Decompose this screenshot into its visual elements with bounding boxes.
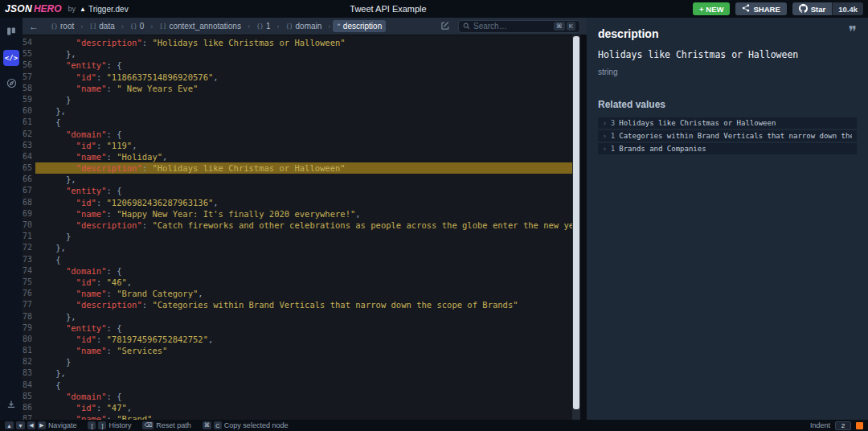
shortcut-key: [ bbox=[88, 421, 96, 429]
breadcrumb-item-0[interactable]: {}0 bbox=[126, 20, 149, 32]
code-line[interactable]: 64 "name": "Holiday", bbox=[23, 151, 587, 162]
tree-view-button[interactable] bbox=[3, 76, 19, 92]
edit-json-button[interactable] bbox=[440, 19, 450, 34]
code-line[interactable]: 82 } bbox=[23, 356, 587, 367]
code-line[interactable]: 69 "name": "Happy New Year: It's finally… bbox=[23, 208, 587, 220]
json-punctuation bbox=[35, 335, 76, 344]
column-view-button[interactable] bbox=[3, 24, 19, 40]
back-button[interactable]: ← bbox=[29, 22, 39, 31]
scrollbar-thumb[interactable] bbox=[573, 36, 579, 409]
breadcrumb-item-context_annotations[interactable]: []context_annotations bbox=[155, 20, 245, 32]
json-string: "Catch fireworks and other celebrations … bbox=[152, 220, 587, 230]
code-line[interactable]: 65 "description": "Holidays like Christm… bbox=[23, 162, 587, 174]
code-content: "description": "Holidays like Christmas … bbox=[35, 37, 587, 48]
code-line[interactable]: 57 "id": "1186637514896920576", bbox=[23, 72, 587, 83]
code-line[interactable]: 83 }, bbox=[23, 367, 587, 379]
code-line[interactable]: 84 { bbox=[23, 380, 587, 391]
json-punctuation bbox=[35, 198, 76, 207]
code-line[interactable]: 59 } bbox=[23, 94, 587, 105]
related-value-row[interactable]: ›1Categories within Brand Verticals that… bbox=[598, 130, 857, 142]
download-button[interactable] bbox=[3, 397, 19, 413]
json-punctuation bbox=[35, 38, 76, 47]
related-value-row[interactable]: ›3Holidays like Christmas or Halloween bbox=[598, 117, 857, 129]
code-content: } bbox=[35, 231, 587, 242]
json-punctuation: , bbox=[355, 209, 360, 219]
code-line[interactable]: 68 "id": "1206982436287963136", bbox=[23, 197, 587, 208]
chevron-right-icon: › bbox=[603, 133, 607, 140]
code-line[interactable]: 86 "id": "47", bbox=[23, 402, 587, 413]
json-punctuation: , bbox=[127, 403, 132, 413]
shortcut-key: ▲ bbox=[5, 421, 14, 429]
code-line[interactable]: 81 "name": "Services" bbox=[23, 345, 587, 356]
code-line[interactable]: 61 { bbox=[23, 117, 587, 128]
code-line[interactable]: 85 "domain": { bbox=[23, 391, 587, 402]
shortcut-key: ] bbox=[98, 421, 106, 429]
breadcrumb-item-domain[interactable]: {}domain bbox=[282, 20, 326, 32]
json-punctuation: }, bbox=[35, 243, 66, 252]
shortcut-label: History bbox=[108, 421, 131, 429]
code-line[interactable]: 63 "id": "119", bbox=[23, 140, 587, 151]
json-punctuation: : bbox=[96, 277, 107, 287]
code-line[interactable]: 87 "name": "Brand" bbox=[23, 413, 587, 420]
line-number: 66 bbox=[23, 174, 35, 185]
line-number: 71 bbox=[23, 231, 35, 242]
related-text: Brands and Companies bbox=[619, 145, 852, 153]
code-line[interactable]: 62 "domain": { bbox=[23, 129, 587, 140]
code-line[interactable]: 71 } bbox=[23, 231, 587, 242]
shortcut-key: ⌫ bbox=[142, 421, 154, 429]
code-line[interactable]: 80 "id": "781974596752842752", bbox=[23, 334, 587, 345]
code-line[interactable]: 74 "domain": { bbox=[23, 265, 587, 277]
breadcrumb-item-1[interactable]: {}1 bbox=[252, 20, 275, 32]
triangle-logo-icon: ▲ bbox=[80, 6, 86, 13]
json-punctuation bbox=[35, 60, 66, 70]
editor-scrollbar[interactable] bbox=[572, 35, 580, 420]
indent-value-input[interactable]: 2 bbox=[835, 421, 851, 430]
breadcrumb-item-root[interactable]: {}root bbox=[47, 20, 78, 32]
json-key: "id" bbox=[76, 141, 96, 150]
code-line[interactable]: 78 }, bbox=[23, 311, 587, 322]
related-value-row[interactable]: ›1Brands and Companies bbox=[598, 143, 857, 154]
code-line[interactable]: 55 }, bbox=[23, 48, 587, 60]
line-number: 87 bbox=[23, 413, 35, 420]
json-string: "781974596752842752" bbox=[107, 335, 208, 344]
json-key: "domain" bbox=[66, 129, 107, 139]
json-punctuation: : bbox=[96, 198, 107, 207]
code-line[interactable]: 66 }, bbox=[23, 174, 587, 185]
json-punctuation: , bbox=[132, 141, 137, 150]
new-button[interactable]: + NEW bbox=[693, 2, 730, 15]
code-content: }, bbox=[35, 367, 587, 379]
breadcrumb-label: root bbox=[60, 22, 74, 31]
github-star-button[interactable]: Star bbox=[792, 2, 832, 15]
json-key: "description" bbox=[76, 300, 142, 310]
code-line[interactable]: 77 "description": "Categories within Bra… bbox=[23, 299, 587, 310]
code-line[interactable]: 56 "entity": { bbox=[23, 60, 587, 71]
search-input[interactable]: Search… ⌘K bbox=[458, 20, 580, 33]
code-line[interactable]: 70 "description": "Catch fireworks and o… bbox=[23, 220, 587, 231]
code-line[interactable]: 75 "id": "46", bbox=[23, 277, 587, 288]
code-line[interactable]: 58 "name": " New Years Eve" bbox=[23, 83, 587, 94]
share-button[interactable]: SHARE bbox=[735, 2, 786, 15]
line-number: 85 bbox=[23, 391, 35, 402]
code-line[interactable]: 60 }, bbox=[23, 105, 587, 117]
json-punctuation: : bbox=[107, 346, 117, 355]
code-line[interactable]: 73 { bbox=[23, 254, 587, 265]
json-punctuation: : bbox=[96, 141, 107, 150]
app-logo[interactable]: JSON HERO by ▲ Trigger.dev bbox=[5, 3, 129, 14]
json-key: "name" bbox=[76, 152, 107, 162]
line-number: 80 bbox=[23, 334, 35, 345]
code-line[interactable]: 72 }, bbox=[23, 242, 587, 253]
json-punctuation: : bbox=[107, 414, 117, 420]
code-line[interactable]: 79 "entity": { bbox=[23, 322, 587, 334]
breadcrumb-label: context_annotations bbox=[169, 22, 241, 31]
breadcrumb-label: domain bbox=[296, 22, 322, 31]
breadcrumb-item-description[interactable]: ❝description bbox=[333, 20, 386, 32]
code-line[interactable]: 76 "name": "Brand Category", bbox=[23, 288, 587, 299]
code-content: }, bbox=[35, 105, 587, 117]
breadcrumb-item-data[interactable]: []data bbox=[85, 20, 119, 32]
line-number: 55 bbox=[23, 48, 35, 60]
star-count-badge[interactable]: 10.4k bbox=[832, 2, 863, 15]
code-line[interactable]: 54 "description": "Holidays like Christm… bbox=[23, 37, 587, 48]
editor-view-button[interactable]: </> bbox=[3, 50, 19, 66]
breadcrumb-separator: › bbox=[247, 23, 251, 31]
code-line[interactable]: 67 "entity": { bbox=[23, 185, 587, 196]
